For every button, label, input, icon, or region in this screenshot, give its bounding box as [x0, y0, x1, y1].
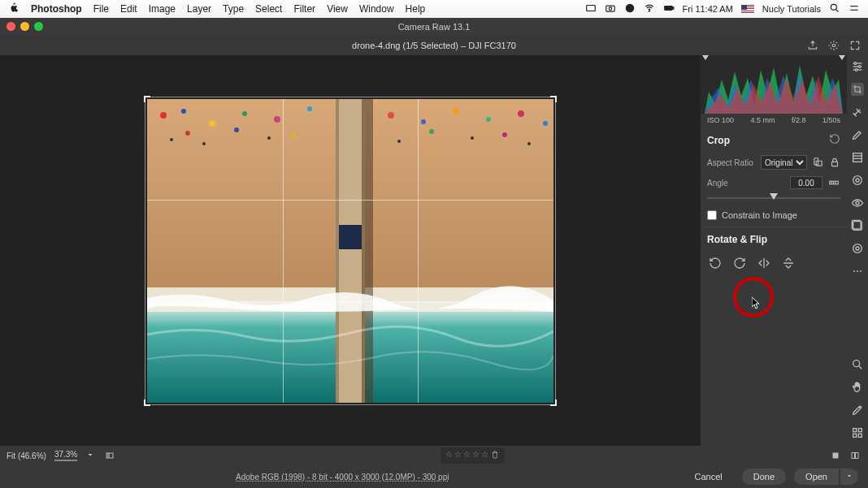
- canvas-area[interactable]: [0, 55, 701, 446]
- svg-point-56: [855, 69, 857, 71]
- window-title: Camera Raw 13.1: [398, 22, 471, 32]
- star-1-icon[interactable]: ☆: [445, 450, 453, 461]
- rotate-section-header[interactable]: Rotate & Flip: [701, 227, 847, 250]
- svg-rect-80: [855, 453, 858, 459]
- star-2-icon[interactable]: ☆: [454, 450, 462, 461]
- menu-filter[interactable]: Filter: [293, 3, 315, 15]
- red-eye-icon[interactable]: [851, 196, 864, 209]
- battery-icon[interactable]: [663, 2, 675, 15]
- crop-handle-tl[interactable]: [144, 96, 150, 102]
- lock-aspect-icon[interactable]: [829, 156, 841, 169]
- window-maximize-button[interactable]: [34, 22, 43, 31]
- edit-sliders-icon[interactable]: [851, 60, 864, 73]
- open-dropdown-button[interactable]: [840, 469, 858, 485]
- menu-image[interactable]: Image: [149, 3, 176, 15]
- fullscreen-icon[interactable]: [848, 39, 861, 52]
- crop-tool-icon[interactable]: [851, 83, 864, 96]
- window-minimize-button[interactable]: [20, 22, 29, 31]
- reset-crop-icon[interactable]: [829, 133, 840, 147]
- more-options-icon[interactable]: [851, 265, 864, 278]
- star-3-icon[interactable]: ☆: [463, 450, 471, 461]
- menu-view[interactable]: View: [327, 3, 348, 15]
- rotate-ccw-button[interactable]: [707, 255, 723, 271]
- menu-layer[interactable]: Layer: [187, 3, 211, 15]
- settings-gear-icon[interactable]: [827, 39, 840, 52]
- star-5-icon[interactable]: ☆: [481, 450, 488, 461]
- open-button[interactable]: Open: [794, 469, 839, 485]
- aspect-ratio-row: Aspect Ratio Original: [701, 152, 847, 173]
- constrain-row: Constrain to Image: [701, 207, 847, 227]
- hand-tool-icon[interactable]: [851, 381, 864, 394]
- menubar-user[interactable]: Nucly Tutorials: [762, 4, 821, 14]
- window-close-button[interactable]: [7, 22, 15, 31]
- apple-logo-icon[interactable]: [8, 2, 20, 16]
- grid-view-icon[interactable]: [851, 426, 864, 439]
- rotate-cw-button[interactable]: [731, 255, 748, 271]
- svg-rect-74: [853, 434, 857, 437]
- crop-frame[interactable]: [147, 99, 553, 403]
- crop-handle-br[interactable]: [550, 399, 557, 406]
- before-after-icon[interactable]: [848, 449, 861, 462]
- straighten-icon[interactable]: [827, 176, 840, 189]
- zoom-percent[interactable]: 37.3%: [54, 450, 77, 461]
- zoom-fit-label[interactable]: Fit (46.6%): [7, 451, 46, 460]
- menu-help[interactable]: Help: [406, 3, 426, 15]
- single-view-icon[interactable]: [829, 449, 842, 462]
- flip-vertical-button[interactable]: [780, 255, 796, 271]
- menu-window[interactable]: Window: [359, 3, 394, 15]
- svg-point-36: [397, 140, 401, 143]
- photo-canvas[interactable]: [147, 99, 553, 403]
- menu-select[interactable]: Select: [255, 3, 282, 15]
- color-sampler-icon[interactable]: [851, 404, 864, 417]
- traffic-lights[interactable]: [7, 22, 43, 31]
- snapshots-icon[interactable]: [851, 219, 864, 232]
- control-center-icon[interactable]: [848, 2, 860, 15]
- histogram[interactable]: [701, 55, 847, 114]
- zoom-tool-icon[interactable]: [851, 358, 864, 371]
- svg-line-71: [859, 366, 861, 369]
- done-button[interactable]: Done: [742, 469, 786, 485]
- svg-point-60: [853, 176, 862, 185]
- menu-edit[interactable]: Edit: [120, 3, 137, 15]
- zoom-dropdown-icon[interactable]: [85, 450, 95, 461]
- cancel-button[interactable]: Cancel: [684, 469, 734, 485]
- crop-handle-bl[interactable]: [144, 399, 150, 406]
- svg-rect-46: [831, 162, 837, 166]
- svg-point-62: [856, 201, 859, 205]
- healing-brush-icon[interactable]: [851, 106, 864, 119]
- svg-point-8: [831, 4, 836, 10]
- tablet-icon[interactable]: [585, 2, 597, 15]
- crop-handle-tr[interactable]: [550, 96, 557, 102]
- camera-icon[interactable]: [605, 2, 616, 15]
- rating-stars[interactable]: ☆ ☆ ☆ ☆ ☆: [441, 447, 505, 464]
- wifi-icon[interactable]: [644, 2, 655, 15]
- adjustment-brush-icon[interactable]: [851, 128, 864, 141]
- rotate-orientation-icon[interactable]: [812, 156, 824, 169]
- angle-label: Angle: [707, 179, 756, 188]
- angle-slider[interactable]: [707, 192, 840, 204]
- radial-filter-icon[interactable]: [851, 174, 864, 187]
- angle-input[interactable]: [790, 176, 822, 189]
- menubar-time[interactable]: Fri 11:42 AM: [683, 4, 733, 14]
- export-icon[interactable]: [806, 39, 819, 52]
- filmstrip-toggle-icon[interactable]: [103, 449, 116, 462]
- app-name[interactable]: Photoshop: [31, 3, 82, 15]
- constrain-checkbox[interactable]: [707, 210, 717, 220]
- exif-aperture: f/2.8: [792, 116, 806, 124]
- menu-file[interactable]: File: [93, 3, 109, 15]
- cc-status-icon[interactable]: [624, 2, 636, 15]
- star-4-icon[interactable]: ☆: [472, 450, 480, 461]
- graduated-filter-icon[interactable]: [851, 151, 864, 164]
- spotlight-icon[interactable]: [829, 2, 840, 15]
- menu-type[interactable]: Type: [223, 3, 244, 15]
- svg-point-32: [543, 121, 548, 126]
- trash-icon[interactable]: [490, 450, 500, 461]
- presets-icon[interactable]: [851, 242, 864, 255]
- aspect-ratio-select[interactable]: Original: [761, 155, 807, 170]
- workspace: ISO 100 4.5 mm f/2.8 1/50s Crop Aspect R…: [0, 55, 868, 446]
- output-settings-link[interactable]: Adobe RGB (1998) - 8 bit - 4000 x 3000 (…: [236, 473, 449, 482]
- svg-point-67: [853, 270, 855, 272]
- flag-icon[interactable]: [741, 5, 754, 14]
- flip-horizontal-button[interactable]: [756, 255, 772, 271]
- crop-section-header[interactable]: Crop: [701, 127, 847, 152]
